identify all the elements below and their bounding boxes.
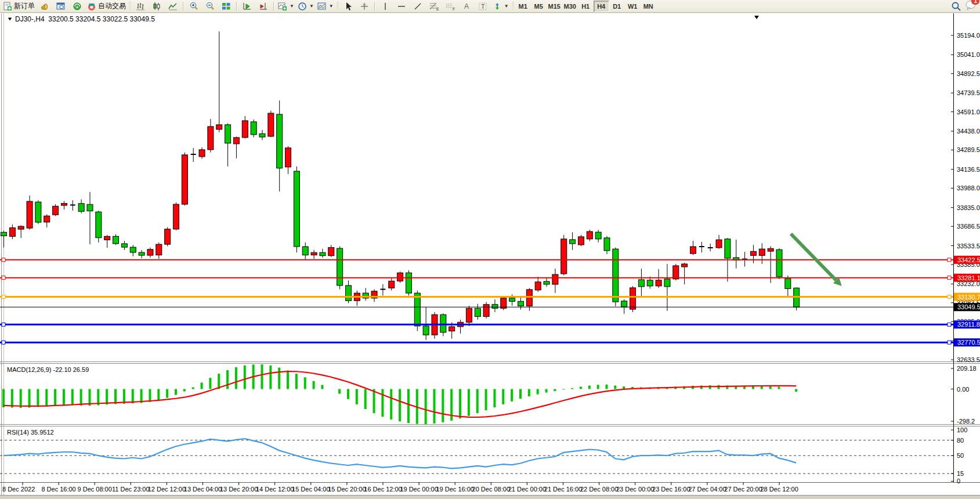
text-button[interactable]: A bbox=[458, 0, 475, 13]
tab-timeframe-m5[interactable]: M5 bbox=[531, 1, 547, 12]
vertical-line-button[interactable] bbox=[377, 0, 393, 13]
new-chart-icon bbox=[278, 2, 287, 11]
svg-text:T: T bbox=[481, 3, 485, 10]
svg-text:33422.5: 33422.5 bbox=[957, 256, 980, 263]
market-window-button[interactable] bbox=[53, 0, 69, 13]
line-chart-icon bbox=[168, 2, 178, 11]
horizontal-line-button[interactable] bbox=[393, 0, 410, 13]
svg-text:19 Dec 00:00: 19 Dec 00:00 bbox=[400, 486, 437, 493]
tab-timeframe-h1[interactable]: H1 bbox=[578, 1, 594, 12]
crosshair-button[interactable] bbox=[356, 0, 373, 13]
svg-text:27 Dec 04:00: 27 Dec 04:00 bbox=[688, 486, 726, 493]
quick-menu-icon[interactable] bbox=[754, 16, 759, 19]
zoom-out-button[interactable] bbox=[202, 0, 218, 13]
svg-text:32770.5: 32770.5 bbox=[957, 339, 980, 346]
svg-text:34136.5: 34136.5 bbox=[957, 166, 980, 173]
svg-text:13 Dec 04:00: 13 Dec 04:00 bbox=[184, 486, 222, 493]
channel-button[interactable]: F bbox=[442, 0, 458, 13]
svg-text:32633.5: 32633.5 bbox=[957, 356, 980, 363]
fibonacci-icon: E bbox=[429, 2, 439, 11]
main-toolbar: 新订单 自动交易 ▼ ▼ bbox=[0, 0, 980, 13]
toolbar-grip bbox=[129, 2, 131, 11]
signals-icon bbox=[73, 2, 82, 11]
channel-icon: F bbox=[445, 2, 455, 11]
svg-text:15 Dec 04:00: 15 Dec 04:00 bbox=[292, 486, 330, 493]
tab-timeframe-m30[interactable]: M30 bbox=[562, 1, 578, 12]
cursor-button[interactable] bbox=[340, 0, 356, 13]
chart-shift-button[interactable] bbox=[255, 0, 272, 13]
fibonacci-button[interactable]: E bbox=[426, 0, 442, 13]
notification-badge: 1 bbox=[971, 0, 979, 5]
svg-text:35194.0: 35194.0 bbox=[957, 32, 980, 39]
tab-timeframe-m1[interactable]: M1 bbox=[515, 1, 531, 12]
tab-timeframe-mn[interactable]: MN bbox=[641, 1, 656, 12]
tab-timeframe-d1[interactable]: D1 bbox=[609, 1, 625, 12]
svg-text:33988.0: 33988.0 bbox=[957, 185, 980, 191]
separator bbox=[183, 2, 184, 11]
svg-text:33281.1: 33281.1 bbox=[957, 274, 980, 281]
chat-button[interactable]: 1 bbox=[965, 0, 977, 13]
svg-text:80: 80 bbox=[957, 437, 964, 444]
template-icon bbox=[317, 2, 327, 11]
svg-text:33049.5: 33049.5 bbox=[957, 303, 980, 310]
signals-button[interactable] bbox=[69, 0, 85, 13]
svg-text:28 Dec 12:00: 28 Dec 12:00 bbox=[760, 486, 798, 493]
symbol-dropdown-icon[interactable] bbox=[8, 18, 12, 21]
text-label-icon: T bbox=[478, 2, 487, 11]
arrows-icon bbox=[493, 2, 502, 11]
svg-text:23 Dec 16:00: 23 Dec 16:00 bbox=[652, 486, 690, 493]
svg-text:20 Dec 08:00: 20 Dec 08:00 bbox=[472, 486, 510, 493]
crosshair-icon bbox=[360, 2, 369, 11]
shapes-dropdown[interactable]: ▼ bbox=[491, 0, 511, 13]
candle-chart-icon bbox=[152, 2, 161, 11]
svg-text:32911.8: 32911.8 bbox=[957, 321, 980, 328]
auto-scroll-button[interactable] bbox=[239, 0, 255, 13]
new-order-button[interactable]: 新订单 bbox=[1, 0, 37, 13]
search-icon[interactable] bbox=[951, 1, 961, 12]
svg-text:27 Dec 20:00: 27 Dec 20:00 bbox=[724, 486, 762, 493]
tab-timeframe-h4[interactable]: H4 bbox=[594, 1, 609, 12]
auto-trading-icon bbox=[87, 2, 96, 11]
tile-windows-button[interactable] bbox=[218, 0, 234, 13]
svg-text:34892.5: 34892.5 bbox=[957, 70, 980, 77]
svg-text:34289.5: 34289.5 bbox=[957, 146, 980, 153]
horizontal-line-icon bbox=[397, 2, 406, 11]
svg-text:16 Dec 12:00: 16 Dec 12:00 bbox=[364, 486, 402, 493]
svg-text:35041.0: 35041.0 bbox=[957, 51, 980, 58]
tab-timeframe-m15[interactable]: M15 bbox=[547, 1, 562, 12]
svg-text:34739.5: 34739.5 bbox=[957, 89, 980, 96]
macd-label: MACD(12,26,9) -22.10 26.59 bbox=[7, 366, 89, 373]
svg-text:209.18: 209.18 bbox=[957, 365, 977, 372]
svg-text:34591.0: 34591.0 bbox=[957, 109, 980, 115]
vertical-line-icon bbox=[381, 2, 389, 11]
ohlc-values: 33200.5 33204.5 33022.5 33049.5 bbox=[48, 15, 155, 23]
tab-timeframe-w1[interactable]: W1 bbox=[625, 1, 641, 12]
chart-title: DJ30-,H4 33200.5 33204.5 33022.5 33049.5 bbox=[15, 15, 155, 23]
svg-text:23 Dec 00:00: 23 Dec 00:00 bbox=[616, 486, 654, 493]
svg-text:0.00: 0.00 bbox=[957, 386, 969, 393]
svg-text:22 Dec 08:00: 22 Dec 08:00 bbox=[580, 486, 618, 493]
line-chart-button[interactable] bbox=[165, 0, 181, 13]
templates-dropdown[interactable]: ▼ bbox=[316, 0, 335, 13]
periods-dropdown[interactable]: ▼ bbox=[296, 0, 316, 13]
toolbar-grip bbox=[337, 2, 339, 11]
text-label-button[interactable]: T bbox=[475, 0, 491, 13]
new-order-icon bbox=[3, 2, 12, 11]
tile-windows-icon bbox=[222, 2, 231, 11]
svg-text:-298.2: -298.2 bbox=[957, 418, 975, 425]
bar-chart-button[interactable] bbox=[132, 0, 149, 13]
separator bbox=[236, 2, 237, 11]
svg-text:F: F bbox=[453, 7, 455, 11]
candle-chart-button[interactable] bbox=[149, 0, 165, 13]
zoom-in-button[interactable] bbox=[186, 0, 202, 13]
separator bbox=[374, 2, 375, 11]
horn-button[interactable] bbox=[37, 0, 53, 13]
svg-text:11 Dec 23:00: 11 Dec 23:00 bbox=[112, 486, 150, 493]
trendline-button[interactable] bbox=[410, 0, 426, 13]
new-chart-dropdown[interactable]: ▼ bbox=[276, 0, 296, 13]
dropdown-arrow-icon: ▼ bbox=[290, 3, 294, 9]
price-chart[interactable]: 35194.035041.034892.534739.534591.034438… bbox=[0, 0, 980, 499]
dropdown-arrow-icon: ▼ bbox=[329, 3, 334, 9]
auto-trading-button[interactable]: 自动交易 bbox=[85, 0, 128, 13]
svg-text:0: 0 bbox=[957, 478, 960, 484]
